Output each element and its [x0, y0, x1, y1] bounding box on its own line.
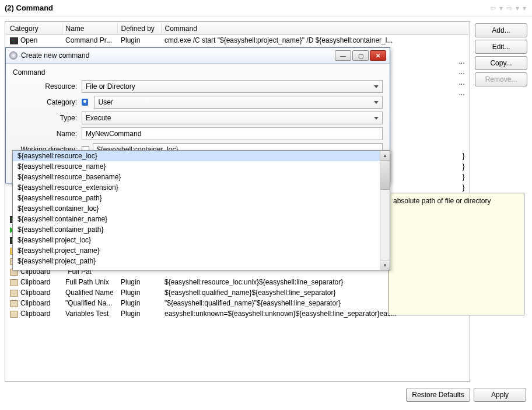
suggest-list: ${easyshell:resource_loc}${easyshell:res…	[13, 151, 380, 270]
table-row[interactable]: OpenCommand Pr...Plugincmd.exe /C start …	[6, 35, 468, 46]
clip-icon	[10, 300, 18, 307]
dialog-icon	[9, 51, 18, 60]
resource-label: Resource:	[13, 82, 82, 91]
nav-fwd-icon[interactable]: ⇨	[505, 4, 513, 12]
suggest-scrollbar[interactable]: ▲ ▼	[380, 151, 390, 270]
nav-arrows: ⇦ ▾ ⇨ ▾ ▾	[489, 4, 527, 12]
col-command[interactable]: Command	[161, 23, 468, 35]
nav-fwd-menu-icon[interactable]: ▾	[514, 4, 520, 12]
footer-buttons: Restore Defaults Apply	[0, 384, 532, 408]
category-combo[interactable]: User	[94, 96, 383, 109]
page-header: (2) Command ⇦ ▾ ⇨ ▾ ▾	[0, 0, 532, 16]
group-label: Command	[13, 68, 383, 77]
suggest-item[interactable]: ${easyshell:resource_loc}	[13, 151, 380, 161]
autocomplete-popup: ${easyshell:resource_loc}${easyshell:res…	[12, 150, 390, 270]
clip-icon	[10, 290, 18, 297]
edit-button[interactable]: Edit...	[475, 40, 527, 54]
remove-button: Remove...	[475, 72, 527, 86]
type-combo[interactable]: Execute	[82, 112, 383, 124]
suggest-item[interactable]: ${easyshell:project_path}	[13, 256, 380, 266]
apply-button[interactable]: Apply	[474, 388, 526, 402]
suggest-item[interactable]: ${easyshell:project_name}	[13, 245, 380, 256]
suggest-item[interactable]: ${easyshell:container_loc}	[13, 203, 380, 214]
name-label: Name:	[13, 130, 82, 138]
suggest-item[interactable]: ${easyshell:resource_basename}	[13, 172, 380, 182]
suggest-item[interactable]: ${easyshell:project_loc}	[13, 235, 380, 245]
clip-icon	[10, 311, 18, 318]
close-button[interactable]: ✕	[370, 50, 386, 61]
minimize-button[interactable]: —	[335, 50, 351, 61]
col-name[interactable]: Name	[62, 23, 117, 35]
user-icon	[82, 99, 88, 106]
suggest-item[interactable]: ${easyshell:resource_extension}	[13, 182, 380, 193]
scroll-down-icon[interactable]: ▼	[380, 260, 390, 270]
term-icon	[10, 37, 18, 44]
nav-menu-icon[interactable]: ▾	[522, 4, 527, 12]
suggest-item[interactable]: ${easyshell:resource_name}	[13, 161, 380, 172]
nav-back-menu-icon[interactable]: ▾	[498, 4, 504, 12]
col-category[interactable]: Category	[6, 23, 62, 35]
clip-icon	[10, 279, 18, 286]
suggest-item[interactable]: ${easyshell:container_path}	[13, 224, 380, 235]
name-input[interactable]: MyNewCommand	[82, 127, 383, 140]
suggest-tooltip: absolute path of file or directory	[388, 193, 524, 315]
type-label: Type:	[13, 114, 82, 122]
scroll-thumb[interactable]	[380, 161, 390, 190]
dialog-title: Create new command	[21, 51, 89, 60]
restore-defaults-button[interactable]: Restore Defaults	[406, 388, 470, 402]
resource-combo[interactable]: File or Directory	[82, 80, 383, 93]
chevron-down-icon	[374, 85, 379, 88]
suggest-item[interactable]: ${easyshell:resource_path}	[13, 193, 380, 203]
dialog-titlebar[interactable]: Create new command — ▢ ✕	[6, 48, 390, 64]
page-title: (2) Command	[5, 4, 53, 12]
col-defined-by[interactable]: Defined by	[117, 23, 161, 35]
suggest-item[interactable]: ${easyshell:container_name}	[13, 214, 380, 224]
copy-button[interactable]: Copy...	[475, 56, 527, 70]
maximize-button[interactable]: ▢	[352, 50, 369, 61]
scroll-up-icon[interactable]: ▲	[380, 151, 390, 161]
category-label: Category:	[13, 98, 82, 106]
add-button[interactable]: Add...	[475, 23, 527, 37]
chevron-down-icon	[374, 101, 379, 104]
chevron-down-icon	[374, 117, 379, 120]
nav-back-icon[interactable]: ⇦	[489, 4, 497, 12]
